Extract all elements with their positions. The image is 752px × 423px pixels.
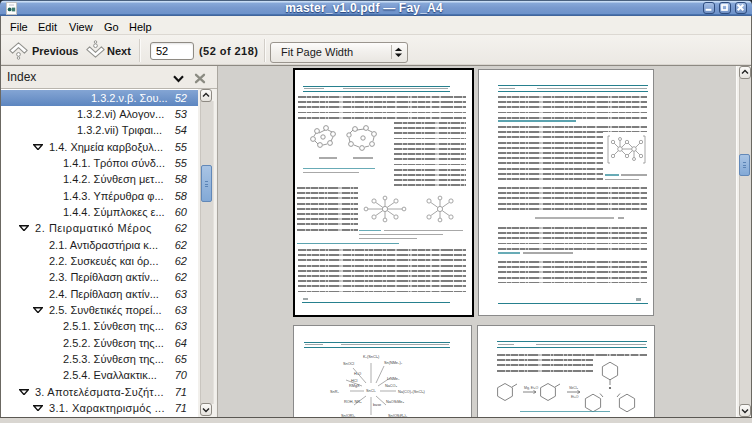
svg-text:H₂O: H₂O (354, 372, 361, 376)
svg-text:RMgX: RMgX (349, 384, 360, 388)
svg-text:Na(CO)₂(SnCl₃): Na(CO)₂(SnCl₃) (398, 390, 426, 394)
svg-text:base: base (373, 403, 381, 407)
svg-text:Mg, Et₂O: Mg, Et₂O (524, 386, 538, 390)
svg-text:K₂(SnCl₅): K₂(SnCl₅) (363, 355, 380, 359)
svg-text:LiNMe₂: LiNMe₂ (387, 377, 400, 381)
svg-text:Et₂O: Et₂O (571, 395, 579, 399)
svg-text:NaOSiMe₃: NaOSiMe₃ (386, 400, 404, 404)
svg-text:SnR₂: SnR₂ (330, 390, 339, 394)
svg-text:NaCO₃: NaCO₃ (385, 384, 398, 388)
svg-text:HCl: HCl (351, 379, 357, 383)
svg-text:SnOCl: SnOCl (343, 362, 354, 366)
svg-text:Sn(NMe₂)₂: Sn(NMe₂)₂ (384, 361, 403, 365)
svg-text:SnCl₂: SnCl₂ (366, 389, 376, 393)
svg-text:SbCl₃: SbCl₃ (569, 386, 579, 390)
svg-text:ROH, NR₃: ROH, NR₃ (344, 400, 362, 404)
